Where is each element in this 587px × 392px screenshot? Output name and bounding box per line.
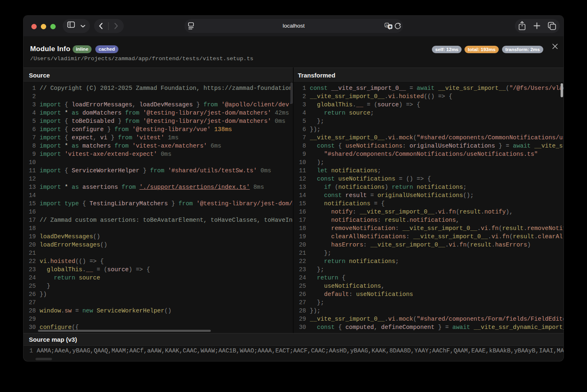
svg-text:✱: ✱ [389,25,391,29]
